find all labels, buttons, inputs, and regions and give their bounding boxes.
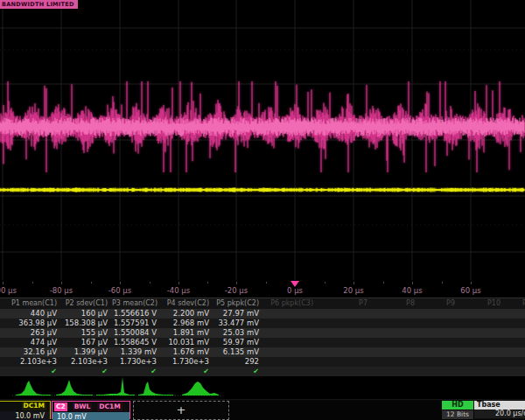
waveform-graticule[interactable] bbox=[0, 0, 525, 282]
meas-cell bbox=[372, 347, 419, 357]
meas-header-p1[interactable]: P1 mean(C1) bbox=[0, 298, 61, 309]
meas-header-p6[interactable]: P6 pkpk(C3) bbox=[263, 298, 318, 309]
axis-minor-tick bbox=[442, 282, 443, 284]
oscilloscope-screen: BANDWIDTH LIMITED -100 µs-80 µs-60 µs-40… bbox=[0, 0, 525, 420]
meas-cell: 33.477 mV bbox=[214, 318, 263, 328]
meas-header-p4[interactable]: P4 sdev(C2) bbox=[161, 298, 214, 309]
P2-histicon[interactable] bbox=[56, 380, 93, 396]
meas-header-p7[interactable]: P7 bbox=[318, 298, 372, 309]
time-tick-label: 40 µs bbox=[402, 286, 422, 295]
meas-cell bbox=[263, 328, 318, 338]
meas-cell: 1.399 µV bbox=[61, 347, 112, 357]
meas-cell: 2.103e+3 bbox=[61, 357, 112, 367]
meas-cell bbox=[505, 318, 525, 328]
status-check-icon: ✔ bbox=[0, 367, 61, 376]
meas-cell bbox=[372, 309, 419, 318]
meas-cell bbox=[419, 309, 459, 318]
status-check-icon bbox=[505, 367, 525, 376]
channel-descriptor-c2[interactable]: C2 BWL DC1M 10.0 mV bbox=[52, 401, 130, 419]
meas-cell: 25.03 mV bbox=[214, 328, 263, 338]
meas-cell: 1.730e+3 bbox=[112, 357, 161, 367]
P4-histicon[interactable] bbox=[138, 382, 173, 396]
meas-cell bbox=[505, 357, 525, 367]
meas-header-p9[interactable]: P9 bbox=[419, 298, 459, 309]
c2-channel-label: C2 bbox=[54, 402, 67, 411]
meas-header-p3[interactable]: P3 mean(C2) bbox=[112, 298, 161, 309]
meas-cell bbox=[459, 347, 505, 357]
meas-cell bbox=[372, 338, 419, 347]
P5-histicon[interactable] bbox=[182, 382, 219, 396]
meas-cell bbox=[459, 338, 505, 347]
axis-minor-tick bbox=[266, 282, 267, 284]
time-tick-label: -20 µs bbox=[225, 286, 248, 295]
axis-tick bbox=[178, 282, 179, 284]
meas-cell: 1.557591 V bbox=[112, 318, 161, 328]
meas-cell: 160 µV bbox=[61, 309, 112, 318]
status-check-icon: ✔ bbox=[161, 367, 214, 376]
meas-cell: 27.97 mV bbox=[214, 309, 263, 318]
meas-cell bbox=[372, 357, 419, 367]
meas-header-p11[interactable]: P11 bbox=[505, 298, 525, 309]
meas-cell bbox=[419, 338, 459, 347]
meas-cell bbox=[263, 309, 318, 318]
meas-row-value: 440 µV160 µV1.556616 V2.200 mV27.97 mV bbox=[0, 309, 525, 318]
histicon-strip bbox=[0, 376, 525, 399]
meas-header-p8[interactable]: P8 bbox=[372, 298, 419, 309]
axis-minor-tick bbox=[383, 282, 384, 284]
meas-cell: 167 µV bbox=[61, 338, 112, 347]
meas-cell bbox=[318, 357, 372, 367]
P1-histicon[interactable] bbox=[16, 381, 51, 396]
meas-cell bbox=[505, 309, 525, 318]
add-trace-button[interactable]: + bbox=[133, 401, 229, 420]
meas-cell bbox=[318, 309, 372, 318]
meas-cell bbox=[263, 357, 318, 367]
P3-histicon[interactable] bbox=[96, 377, 135, 396]
meas-cell bbox=[505, 347, 525, 357]
axis-tick bbox=[3, 282, 4, 284]
meas-cell: 2.200 mV bbox=[161, 309, 214, 318]
meas-cell: 10.031 mV bbox=[161, 338, 214, 347]
meas-cell bbox=[419, 328, 459, 338]
trigger-position-marker[interactable] bbox=[290, 281, 299, 287]
meas-cell bbox=[459, 309, 505, 318]
meas-cell bbox=[372, 318, 419, 328]
meas-row-num: 2.103e+32.103e+31.730e+31.730e+3292 bbox=[0, 357, 525, 367]
status-check-icon: ✔ bbox=[61, 367, 112, 376]
meas-cell bbox=[459, 357, 505, 367]
meas-cell bbox=[263, 318, 318, 328]
timebase-descriptor[interactable]: Tbase 20.0 µs/div bbox=[474, 401, 525, 419]
meas-cell: 2.103e+3 bbox=[0, 357, 61, 367]
meas-header-p5[interactable]: P5 pkpk(C2) bbox=[214, 298, 263, 309]
meas-cell: 440 µV bbox=[0, 309, 61, 318]
meas-cell bbox=[459, 328, 505, 338]
meas-cell bbox=[372, 328, 419, 338]
meas-cell bbox=[263, 347, 318, 357]
time-tick-label: 60 µs bbox=[460, 286, 480, 295]
time-tick-label: -60 µs bbox=[108, 286, 131, 295]
c2-vertical-scale: 10.0 mV bbox=[52, 412, 130, 420]
meas-cell: 263 µV bbox=[0, 328, 61, 338]
status-check-icon bbox=[372, 367, 419, 376]
status-check-icon bbox=[263, 367, 318, 376]
meas-cell: 1.550084 V bbox=[112, 328, 161, 338]
meas-cell bbox=[459, 318, 505, 328]
meas-cell: 1.556616 V bbox=[112, 309, 161, 318]
meas-row-sdev: 32.16 µV1.399 µV1.339 mV1.676 mV6.135 mV bbox=[0, 347, 525, 357]
plus-icon: + bbox=[177, 403, 186, 416]
meas-cell: 292 bbox=[214, 357, 263, 367]
hd-mode-box[interactable]: HD 12 Bits bbox=[442, 401, 473, 419]
time-tick-label: -100 µs bbox=[0, 286, 17, 295]
meas-header-p2[interactable]: P2 sdev(C1) bbox=[61, 298, 112, 309]
meas-header-p10[interactable]: P10 bbox=[459, 298, 505, 309]
meas-cell: 59.97 mV bbox=[214, 338, 263, 347]
meas-cell: 1.339 mV bbox=[112, 347, 161, 357]
time-tick-label: -40 µs bbox=[167, 286, 190, 295]
status-check-icon: ✔ bbox=[214, 367, 263, 376]
channel-descriptor-c1[interactable]: DC1M 10.0 mV bbox=[0, 401, 51, 419]
meas-cell: 6.135 mV bbox=[214, 347, 263, 357]
c2-bwl-badge: BWL bbox=[73, 402, 92, 411]
axis-minor-tick bbox=[325, 282, 326, 284]
hd-bits-label: 12 Bits bbox=[442, 410, 473, 419]
time-tick-label: 0 µs bbox=[287, 286, 303, 295]
meas-cell: 2.968 mV bbox=[161, 318, 214, 328]
